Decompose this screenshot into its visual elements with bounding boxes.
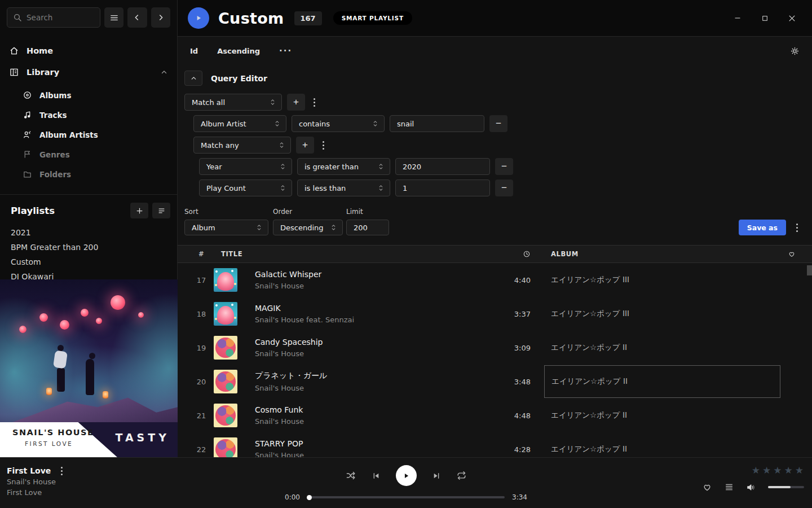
scrollbar-thumb[interactable] — [807, 265, 812, 275]
group-menu-button[interactable] — [319, 137, 327, 154]
track-title[interactable]: Candy Spaceship — [255, 338, 486, 347]
rule-field-select[interactable]: Year — [199, 158, 292, 175]
match-type-select[interactable]: Match any — [193, 137, 291, 154]
track-art-thumbnail[interactable] — [214, 268, 237, 292]
star-icon[interactable]: ★ — [773, 465, 782, 476]
remove-rule-button[interactable]: − — [495, 158, 513, 175]
close-button[interactable] — [786, 12, 797, 24]
previous-track-button[interactable] — [372, 471, 381, 480]
save-menu-button[interactable] — [793, 219, 801, 236]
sidebar-item-albums[interactable]: Albums — [0, 85, 177, 105]
seek-bar[interactable] — [307, 496, 505, 498]
table-row[interactable]: 18 MAGIK Snail's House feat. Sennzai 3:3… — [178, 297, 812, 331]
rule-operator-select[interactable]: is less than — [297, 179, 390, 196]
track-artist[interactable]: Snail's House — [255, 349, 486, 358]
sidebar-item-folders[interactable]: Folders — [0, 164, 177, 184]
track-title[interactable]: MAGIK — [255, 304, 486, 313]
track-album-focused-cell[interactable]: エイリアン☆ポップ II — [544, 365, 780, 398]
volume-icon[interactable] — [746, 483, 756, 492]
chevron-up-icon[interactable] — [160, 68, 168, 76]
playlist-item[interactable]: Custom — [11, 255, 170, 269]
match-type-select[interactable]: Match all — [184, 94, 282, 111]
nav-forward-button[interactable] — [151, 7, 170, 28]
duration-clock-icon[interactable] — [523, 250, 531, 258]
rating-stars[interactable]: ★★★★★ — [752, 465, 804, 476]
track-title[interactable]: Cosmo Funk — [255, 405, 486, 414]
star-icon[interactable]: ★ — [784, 465, 793, 476]
nav-back-button[interactable] — [127, 7, 147, 28]
queue-button[interactable] — [725, 483, 734, 492]
sidebar-item-home[interactable]: Home — [0, 40, 177, 62]
settings-gear-icon[interactable] — [790, 46, 800, 56]
track-art-thumbnail[interactable] — [214, 336, 237, 360]
star-icon[interactable]: ★ — [795, 465, 804, 476]
track-title[interactable]: Galactic Whisper — [255, 270, 486, 279]
sidebar-item-album-artists[interactable]: Album Artists — [0, 125, 177, 144]
table-row[interactable]: 20 プラネット・ガール Snail's House 3:48 エイリアン☆ポッ… — [178, 365, 812, 398]
rule-field-select[interactable]: Play Count — [199, 179, 292, 196]
table-row[interactable]: 17 Galactic Whisper Snail's House 4:40 エ… — [178, 263, 812, 297]
play-playlist-button[interactable] — [188, 7, 209, 29]
playlist-list-button[interactable] — [152, 203, 170, 218]
search-input[interactable] — [7, 7, 100, 28]
track-artist[interactable]: Snail's House — [255, 451, 486, 457]
menu-button[interactable] — [104, 7, 123, 28]
now-playing-album[interactable]: First Love — [7, 488, 276, 497]
repeat-button[interactable] — [456, 470, 467, 481]
add-rule-button[interactable]: + — [287, 94, 305, 111]
shuffle-button[interactable] — [346, 470, 356, 481]
add-rule-button[interactable]: + — [296, 137, 314, 154]
rule-operator-select[interactable]: is greater than — [297, 158, 390, 175]
playlist-item[interactable]: BPM Greater than 200 — [11, 240, 170, 255]
collapse-query-editor-button[interactable] — [184, 71, 202, 86]
column-title[interactable]: TITLE — [214, 250, 486, 258]
remove-rule-button[interactable]: − — [489, 115, 508, 132]
track-title[interactable]: プラネット・ガール — [255, 371, 486, 381]
favorite-heart-button[interactable] — [702, 482, 712, 492]
track-album[interactable]: エイリアン☆ポップ II — [544, 331, 780, 365]
track-artist[interactable]: Snail's House — [255, 417, 486, 426]
minimize-button[interactable] — [732, 12, 743, 24]
order-select[interactable]: Descending — [273, 220, 343, 235]
limit-input[interactable] — [346, 220, 389, 235]
rule-value-input[interactable] — [395, 158, 490, 175]
track-album[interactable]: エイリアン☆ポップ III — [544, 297, 780, 331]
column-album[interactable]: ALBUM — [544, 250, 780, 258]
sidebar-item-genres[interactable]: Genres — [0, 144, 177, 164]
sort-field-button[interactable]: Id — [190, 47, 198, 55]
seek-knob[interactable] — [307, 495, 312, 500]
track-art-thumbnail[interactable] — [214, 370, 237, 393]
track-artist[interactable]: Snail's House — [255, 282, 486, 290]
track-art-thumbnail[interactable] — [214, 404, 237, 427]
rule-value-input[interactable] — [390, 115, 484, 132]
rule-field-select[interactable]: Album Artist — [193, 115, 286, 132]
star-icon[interactable]: ★ — [752, 465, 761, 476]
search-field[interactable] — [27, 13, 94, 22]
star-icon[interactable]: ★ — [762, 465, 771, 476]
table-row[interactable]: 19 Candy Spaceship Snail's House 3:09 エイ… — [178, 331, 812, 365]
now-playing-title[interactable]: First Love — [7, 466, 51, 475]
sort-select[interactable]: Album — [184, 220, 268, 235]
track-album[interactable]: エイリアン☆ポップ II — [544, 398, 780, 432]
track-art-thumbnail[interactable] — [214, 437, 237, 457]
volume-slider[interactable] — [768, 486, 804, 488]
play-pause-button[interactable] — [396, 465, 417, 486]
now-playing-menu-button[interactable] — [58, 466, 65, 475]
track-artist[interactable]: Snail's House — [255, 384, 486, 392]
track-artist[interactable]: Snail's House feat. Sennzai — [255, 316, 486, 324]
track-art-thumbnail[interactable] — [214, 302, 237, 326]
more-options-button[interactable]: ··· — [279, 46, 292, 56]
track-title[interactable]: STARRY POP — [255, 439, 486, 448]
sort-direction-button[interactable]: Ascending — [217, 47, 260, 55]
column-index[interactable]: # — [189, 250, 214, 258]
playlist-item[interactable]: 2021 — [11, 225, 170, 240]
rule-value-input[interactable] — [395, 179, 490, 196]
table-row[interactable]: 22 STARRY POP Snail's House 4:28 エイリアン☆ポ… — [178, 432, 812, 457]
maximize-button[interactable] — [759, 12, 770, 24]
next-track-button[interactable] — [432, 471, 441, 480]
favorite-column-icon[interactable] — [788, 250, 796, 258]
sidebar-item-tracks[interactable]: Tracks — [0, 105, 177, 125]
rule-operator-select[interactable]: contains — [292, 115, 385, 132]
remove-rule-button[interactable]: − — [495, 179, 513, 196]
track-album[interactable]: エイリアン☆ポップ III — [544, 263, 780, 297]
